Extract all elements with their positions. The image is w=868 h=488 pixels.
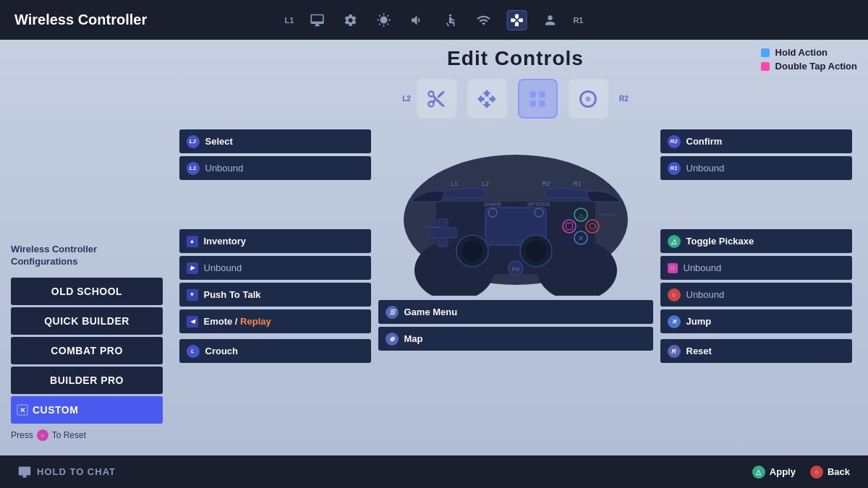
circle-label: Unbound (686, 289, 725, 300)
svg-text:R2: R2 (542, 180, 550, 187)
action-circle[interactable]: ○ Unbound (660, 283, 852, 307)
r2-label: R2 (619, 95, 629, 103)
r2-badge-btn: R2 (668, 135, 681, 148)
double-tap-dot (761, 62, 770, 71)
spacer-right (660, 183, 852, 226)
spacer-left (179, 183, 371, 226)
action-crouch[interactable]: L Crouch (179, 339, 371, 363)
action-dpad-up[interactable]: ▲ Inventory (179, 229, 371, 253)
svg-text:SHARE: SHARE (483, 202, 501, 207)
action-dpad-left[interactable]: ◀ Emote / Replay (179, 309, 371, 333)
sidebar-item-custom[interactable]: ✕ CUSTOM (11, 396, 163, 424)
bottom-right-actions: △ Apply ○ Back (752, 466, 850, 479)
top-bar: Wireless Controller L1 (0, 0, 868, 40)
hold-action-dot (761, 48, 770, 57)
sidebar-configs-title: Wireless ControllerConfigurations (11, 244, 163, 268)
dpad-up-label: Inventory (204, 236, 247, 247)
square-badge: □ (668, 263, 678, 273)
action-r2-confirm[interactable]: R2 Confirm (660, 129, 852, 153)
tab-grid[interactable] (518, 79, 558, 119)
controller-tabs: L2 R2 (402, 79, 628, 119)
sidebar-item-old-school[interactable]: OLD SCHOOL (11, 278, 163, 305)
nav-accessibility-icon[interactable] (440, 10, 460, 30)
svg-text:PS: PS (511, 266, 519, 273)
apply-action[interactable]: △ Apply (752, 466, 796, 479)
center-area: Hold Action Double Tap Action Edit Contr… (163, 40, 868, 455)
reset-btn-badge: R (668, 345, 681, 358)
triangle-label: Toggle Pickaxe (686, 236, 754, 247)
page-header-title: Wireless Controller (14, 12, 147, 28)
press-reset-hint: Press ○ To Reset (11, 429, 163, 441)
legend-hold-action: Hold Action (761, 47, 857, 58)
game-menu-label: Game Menu (404, 307, 458, 317)
l1-badge-btn: L1 (187, 162, 200, 175)
nav-user-icon[interactable] (540, 10, 560, 30)
r1-action-label: Unbound (686, 163, 725, 174)
left-actions-col: L2 Select L1 Unbound ▲ Inventory ▶ Unbou (179, 129, 371, 363)
legend-double-tap: Double Tap Action (761, 61, 857, 72)
sidebar-item-quick-builder[interactable]: QUICK BUILDER (11, 307, 163, 335)
emote-replay-highlight: Replay (240, 316, 271, 327)
l1-badge: L1 (285, 16, 294, 25)
nav-controller-icon[interactable] (506, 10, 527, 30)
svg-point-11 (526, 241, 546, 261)
svg-rect-13 (429, 228, 456, 238)
action-l1-unbound[interactable]: L1 Unbound (179, 156, 371, 180)
action-game-menu[interactable]: ☰ Game Menu (378, 300, 653, 324)
circle-badge: ○ (668, 288, 681, 301)
right-actions-col: R2 Confirm R1 Unbound △ Toggle Pickaxe □ (660, 129, 852, 363)
back-action[interactable]: ○ Back (810, 466, 850, 479)
tab-analog[interactable] (569, 79, 608, 119)
x-action-label: Jump (686, 316, 712, 327)
hold-to-chat: HOLD TO CHAT (18, 466, 116, 479)
action-dpad-down[interactable]: ▼ Push To Talk (179, 283, 371, 307)
l2-action-label: Select (205, 136, 233, 147)
svg-text:L1: L1 (450, 180, 457, 187)
chat-icon (18, 466, 31, 479)
x-badge-btn: ✕ (668, 315, 681, 328)
controls-layout: L2 Select L1 Unbound ▲ Inventory ▶ Unbou (172, 129, 859, 363)
legend: Hold Action Double Tap Action (761, 47, 857, 72)
nav-network-icon[interactable] (473, 10, 493, 30)
action-triangle[interactable]: △ Toggle Pickaxe (660, 229, 852, 253)
dpad-down-label: Push To Talk (204, 289, 261, 300)
tab-scissors[interactable] (417, 79, 456, 119)
svg-text:△: △ (578, 212, 583, 219)
l2-badge: L2 (187, 135, 200, 148)
l2-label: L2 (402, 95, 411, 103)
dpad-right-label: Unbound (204, 262, 242, 273)
top-nav-icons: L1 R1 (285, 10, 584, 30)
sidebar-item-combat-pro[interactable]: COMBAT PRO (11, 337, 163, 364)
svg-point-2 (586, 96, 591, 101)
svg-text:✕: ✕ (578, 234, 584, 242)
crouch-label: Crouch (205, 346, 239, 356)
square-label: Unbound (684, 262, 722, 273)
page-title: Edit Controls (447, 47, 584, 70)
tab-move[interactable] (467, 79, 507, 119)
center-bottom-actions: ☰ Game Menu ⊕ Map (378, 300, 653, 351)
action-x-jump[interactable]: ✕ Jump (660, 309, 852, 333)
action-r1-unbound[interactable]: R1 Unbound (660, 156, 852, 180)
action-dpad-right[interactable]: ▶ Unbound (179, 256, 371, 280)
nav-audio-icon[interactable] (407, 10, 427, 30)
svg-text:OPTIONS: OPTIONS (527, 202, 550, 207)
nav-gear-icon[interactable] (340, 10, 360, 30)
dpad-up-badge: ▲ (187, 236, 198, 247)
dpad-down-badge: ▼ (187, 289, 198, 301)
back-icon: ○ (810, 466, 823, 479)
x-active-badge: ✕ (17, 404, 28, 416)
nav-monitor-icon[interactable] (307, 10, 327, 30)
action-map[interactable]: ⊕ Map (378, 327, 653, 351)
action-l2-select[interactable]: L2 Select (179, 129, 371, 153)
map-badge: ⊕ (386, 333, 399, 346)
nav-brightness-icon[interactable] (373, 10, 393, 30)
sidebar-item-builder-pro[interactable]: BUILDER PRO (11, 367, 163, 394)
r1-badge-btn: R1 (668, 162, 681, 175)
reset-label: Reset (686, 346, 712, 356)
action-reset[interactable]: R Reset (660, 339, 852, 363)
triangle-badge: △ (668, 235, 681, 248)
action-square[interactable]: □ Unbound (660, 256, 852, 280)
apply-icon: △ (752, 466, 765, 479)
bottom-bar: HOLD TO CHAT △ Apply ○ Back (0, 455, 868, 488)
map-label: Map (404, 333, 423, 344)
